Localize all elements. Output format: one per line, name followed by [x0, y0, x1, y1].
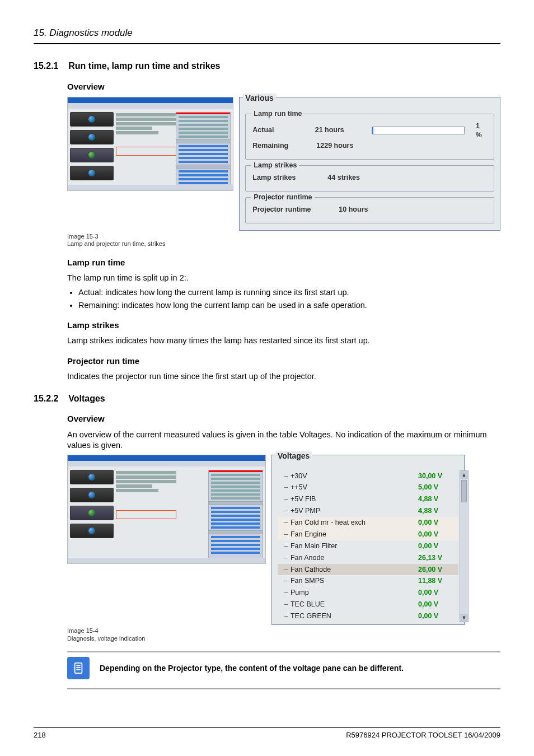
note-row: Depending on the Projector type, the con…: [67, 657, 500, 679]
voltage-label: TEC GREEN: [291, 612, 418, 621]
voltage-row: –Fan Main Filter0,00 V: [278, 540, 458, 552]
voltage-row: –TEC GREEN0,00 V: [278, 610, 458, 622]
actual-value: 21 hours: [315, 125, 364, 135]
app-thumbnail-2: [67, 455, 266, 564]
caption-text: Diagnosis, voltage indication: [67, 635, 145, 642]
voltage-label: Fan Cold mr - heat exch: [291, 518, 418, 528]
voltage-value: 0,00 V: [418, 600, 457, 609]
voltage-value: 0,00 V: [418, 542, 457, 551]
voltage-value: 4,88 V: [418, 506, 457, 516]
voltage-label: Fan Engine: [291, 530, 418, 539]
projector-runtime-label: Projector runtime: [252, 205, 331, 214]
projector-run-time-para: Indicates the projector run time since t…: [67, 371, 500, 382]
voltages-panel: Voltages ▲ ▼ –+30V30,00 V–++5V5,00 V–+5V…: [271, 455, 465, 625]
list-item: Remaining: indicates how long the curren…: [78, 300, 500, 311]
voltage-value: 5,00 V: [418, 483, 457, 492]
lamp-run-time-list: Actual: indicates how long the current l…: [67, 287, 500, 311]
voltage-label: +5V FIB: [291, 494, 418, 504]
caption-id: Image 15-3: [67, 233, 99, 240]
section-15-2-1-heading: 15.2.1 Run time, lamp run time and strik…: [34, 60, 500, 72]
scroll-thumb[interactable]: [461, 480, 467, 502]
tree-dash-icon: –: [284, 542, 288, 551]
tree-dash-icon: –: [284, 553, 288, 563]
lamp-strikes-para: Lamp strikes indicates how many times th…: [67, 335, 500, 347]
overview-heading-1: Overview: [34, 81, 500, 92]
tree-dash-icon: –: [284, 600, 288, 609]
voltage-row: –++5V5,00 V: [278, 482, 458, 493]
voltage-label: +30V: [291, 472, 418, 481]
tree-dash-icon: –: [284, 506, 288, 516]
voltage-label: Fan SMPS: [291, 576, 418, 586]
voltage-value: 0,00 V: [418, 518, 457, 528]
lamp-run-time-legend: Lamp run time: [251, 109, 304, 119]
note-text: Depending on the Projector type, the con…: [100, 663, 404, 674]
tree-dash-icon: –: [284, 530, 288, 539]
voltages-table: ▲ ▼ –+30V30,00 V–++5V5,00 V–+5V FIB4,88 …: [278, 470, 458, 622]
remaining-label: Remaining: [252, 141, 308, 151]
list-item: Actual: indicates how long the current l…: [78, 287, 500, 298]
runtime-progressbar: [372, 127, 465, 134]
tree-dash-icon: –: [284, 483, 288, 492]
actual-label: Actual: [252, 125, 307, 135]
figure-15-3-caption: Image 15-3 Lamp and projector run time, …: [67, 233, 500, 249]
voltage-row: –+5V PMP4,88 V: [278, 505, 458, 517]
lamp-strikes-legend: Lamp strikes: [251, 161, 299, 170]
voltage-row: –Fan Anode26,13 V: [278, 552, 458, 564]
tree-dash-icon: –: [284, 518, 288, 528]
voltage-label: Fan Main Filter: [291, 542, 418, 551]
voltage-label: Pump: [291, 588, 418, 598]
remaining-value: 1229 hours: [316, 141, 367, 151]
voltages-overview-para: An overview of the current measured valu…: [67, 430, 500, 451]
various-title: Various: [243, 94, 276, 102]
tree-dash-icon: –: [284, 472, 288, 481]
voltage-label: TEC BLUE: [291, 600, 418, 609]
overview-heading-2: Overview: [34, 413, 500, 424]
voltage-row: –TEC BLUE0,00 V: [278, 599, 458, 610]
voltage-row: –+5V FIB4,88 V: [278, 493, 458, 505]
voltage-row: –Fan Cathode26,00 V: [278, 564, 458, 576]
tree-dash-icon: –: [284, 588, 288, 598]
voltage-value: 0,00 V: [418, 612, 457, 621]
voltage-row: –Pump0,00 V: [278, 587, 458, 599]
section-15-2-2-heading: 15.2.2 Voltages: [34, 393, 500, 405]
voltage-row: –Fan Cold mr - heat exch0,00 V: [278, 517, 458, 529]
voltage-label: ++5V: [291, 483, 418, 492]
page-footer: 218 R5976924 PROJECTOR TOOLSET 16/04/200…: [34, 727, 500, 740]
voltage-value: 0,00 V: [418, 588, 457, 598]
app-thumbnail-1: [67, 97, 233, 191]
page-number: 218: [34, 730, 46, 740]
figure-15-3: Various Lamp run time Actual 21 hours 1 …: [67, 97, 500, 231]
runtime-percent: 1 %: [476, 122, 487, 139]
chapter-heading: 15. Diagnostics module: [34, 27, 500, 44]
lamp-strikes-heading: Lamp strikes: [34, 320, 500, 331]
voltage-label: Fan Cathode: [291, 565, 418, 575]
voltage-row: –Fan Engine0,00 V: [278, 529, 458, 540]
lamp-run-time-heading: Lamp run time: [34, 257, 500, 268]
projector-runtime-fieldset: Projector runtime Projector runtime 10 h…: [245, 197, 494, 223]
voltage-row: –+30V30,00 V: [278, 470, 458, 482]
projector-run-time-heading: Projector run time: [34, 356, 500, 367]
projector-runtime-value: 10 hours: [339, 205, 389, 214]
lamp-run-time-fieldset: Lamp run time Actual 21 hours 1 % Remain…: [245, 114, 494, 160]
voltage-value: 30,00 V: [418, 472, 457, 481]
voltage-label: +5V PMP: [291, 506, 418, 516]
caption-text: Lamp and projector run time, strikes: [67, 240, 165, 247]
voltage-value: 26,00 V: [418, 565, 457, 575]
section-title: Voltages: [68, 394, 105, 403]
scroll-up-icon[interactable]: ▲: [460, 471, 468, 479]
voltage-value: 4,88 V: [418, 494, 457, 504]
caption-id: Image 15-4: [67, 627, 99, 634]
tree-dash-icon: –: [284, 612, 288, 621]
tree-dash-icon: –: [284, 565, 288, 575]
section-title: Run time, lamp run time and strikes: [68, 61, 220, 71]
voltage-value: 0,00 V: [418, 530, 457, 539]
section-number: 15.2.1: [34, 61, 58, 71]
voltages-scrollbar[interactable]: ▲ ▼: [460, 470, 469, 622]
note-icon: [67, 657, 90, 679]
figure-15-4: Voltages ▲ ▼ –+30V30,00 V–++5V5,00 V–+5V…: [67, 455, 500, 625]
voltage-label: Fan Anode: [291, 553, 418, 563]
scroll-down-icon[interactable]: ▼: [460, 614, 468, 622]
voltage-row: –Fan SMPS11,88 V: [278, 575, 458, 587]
tree-dash-icon: –: [284, 576, 288, 586]
tree-dash-icon: –: [284, 494, 288, 504]
